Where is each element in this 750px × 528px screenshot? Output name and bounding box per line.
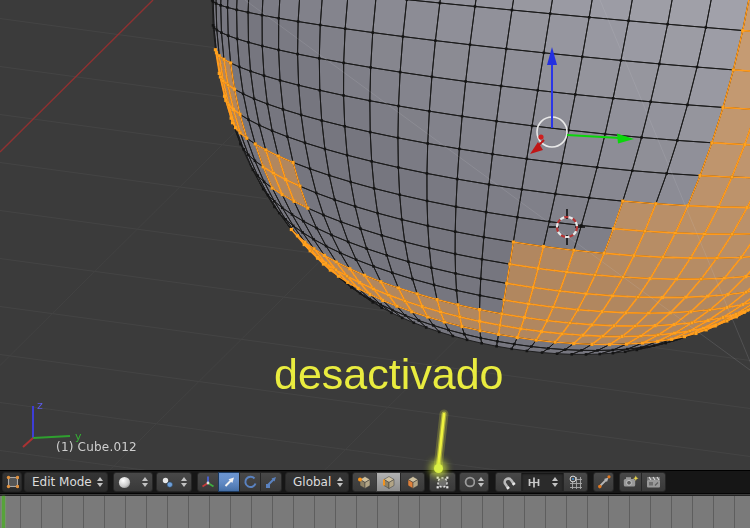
limit-selection-visible-button[interactable] bbox=[429, 472, 456, 492]
annotation-glow bbox=[434, 464, 443, 473]
translate-manipulator-button[interactable] bbox=[218, 472, 240, 492]
chevron-updown-icon bbox=[550, 477, 559, 487]
proportional-edit-dropdown[interactable] bbox=[459, 472, 489, 492]
axes-icon bbox=[200, 474, 216, 490]
proportional-circle-icon bbox=[463, 475, 475, 489]
pivot-icon bbox=[160, 475, 175, 490]
snap-element-dropdown[interactable] bbox=[521, 472, 564, 492]
orientation-dropdown[interactable]: Global bbox=[285, 472, 349, 492]
face-select-icon bbox=[405, 474, 421, 491]
scale-arrow-icon bbox=[263, 474, 279, 490]
manipulator-group bbox=[197, 472, 282, 492]
blender-window: z y (1) Cube.012 desactivado Edit Mode bbox=[0, 0, 750, 528]
chevron-updown-icon bbox=[336, 477, 344, 487]
chevron-updown-icon bbox=[97, 477, 103, 487]
snap-group bbox=[495, 472, 588, 492]
opengl-render-animation-button[interactable] bbox=[641, 472, 666, 492]
viewport-canvas[interactable] bbox=[0, 0, 750, 470]
edge-select-icon bbox=[381, 474, 397, 491]
chevron-updown-icon bbox=[179, 477, 188, 487]
edge-select-button[interactable] bbox=[376, 472, 401, 492]
snap-target-icon bbox=[568, 474, 584, 490]
vertex-select-button[interactable] bbox=[352, 472, 377, 492]
editor-type-icon bbox=[5, 474, 19, 490]
mode-label: Edit Mode bbox=[29, 475, 95, 489]
rotate-arc-icon bbox=[242, 474, 258, 490]
orientation-label: Global bbox=[290, 475, 334, 489]
manipulator-toggle-button[interactable] bbox=[197, 472, 219, 492]
vertex-select-icon bbox=[357, 474, 373, 491]
rotate-manipulator-button[interactable] bbox=[239, 472, 261, 492]
active-object-name: (1) Cube.012 bbox=[56, 440, 137, 454]
chevron-updown-icon bbox=[140, 477, 149, 487]
camera-icon bbox=[622, 474, 639, 490]
viewport-header: Edit Mode bbox=[0, 470, 750, 494]
pivot-point-dropdown[interactable] bbox=[156, 472, 192, 492]
translate-arrow-icon bbox=[221, 474, 237, 490]
snap-align-rotation-button[interactable] bbox=[593, 472, 614, 492]
snap-align-icon bbox=[596, 474, 611, 490]
clapperboard-icon bbox=[645, 474, 663, 490]
occlude-geometry-icon bbox=[434, 474, 451, 491]
magnet-icon bbox=[500, 474, 517, 491]
editor-type-button[interactable] bbox=[2, 472, 22, 492]
shading-sphere-icon bbox=[117, 475, 132, 490]
mode-dropdown[interactable]: Edit Mode bbox=[24, 472, 108, 492]
scale-manipulator-button[interactable] bbox=[260, 472, 282, 492]
viewport-shading-dropdown[interactable] bbox=[113, 472, 153, 492]
snap-target-button[interactable] bbox=[563, 472, 588, 492]
face-select-button[interactable] bbox=[400, 472, 425, 492]
opengl-render-group bbox=[619, 472, 666, 492]
opengl-render-button[interactable] bbox=[619, 472, 642, 492]
timeline-strip[interactable] bbox=[0, 495, 750, 528]
select-mode-group bbox=[352, 472, 425, 492]
timeline-playhead[interactable] bbox=[2, 496, 5, 528]
annotation-text: desactivado bbox=[274, 350, 504, 399]
chevron-updown-icon bbox=[477, 477, 485, 487]
snap-increment-icon bbox=[526, 475, 542, 490]
snap-toggle-button[interactable] bbox=[495, 472, 522, 492]
